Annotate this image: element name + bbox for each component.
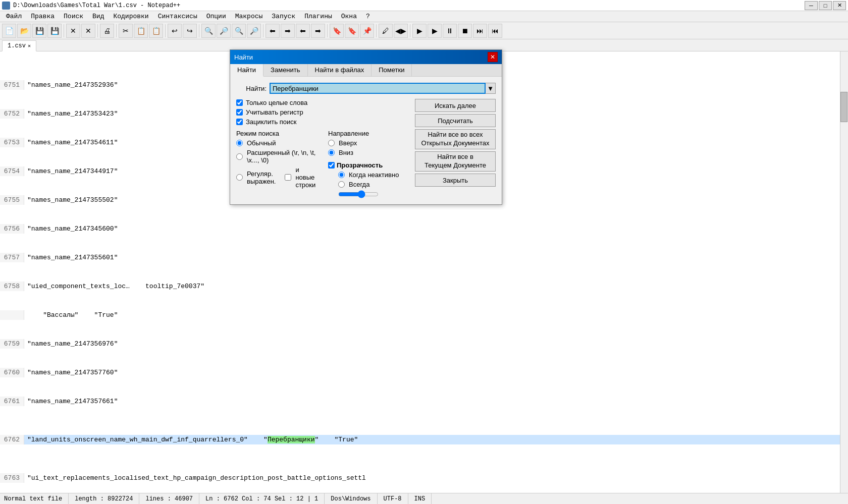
tb-macro2[interactable]: ◀▶ bbox=[394, 24, 408, 38]
tb-run2[interactable]: ▶ bbox=[428, 24, 442, 38]
menu-syntax[interactable]: Синтаксисы bbox=[154, 12, 201, 21]
transparency-slider[interactable] bbox=[338, 190, 379, 198]
tb-bookmark2[interactable]: 🔖 bbox=[345, 24, 359, 38]
tb-macro[interactable]: 🖊 bbox=[379, 24, 393, 38]
mode-extended: Расширенный (\r, \n, \t, \x..., \0) bbox=[236, 149, 318, 164]
menu-options[interactable]: Опции bbox=[202, 12, 230, 21]
checkbox-whole-words-label: Только целые слова bbox=[246, 99, 307, 106]
dir-up-radio[interactable] bbox=[328, 140, 335, 146]
tb-close[interactable]: ✕ bbox=[66, 24, 80, 38]
scrollbar[interactable] bbox=[840, 51, 848, 493]
mode-normal-radio[interactable] bbox=[236, 140, 243, 146]
transp-always-radio[interactable] bbox=[338, 181, 345, 188]
menu-search[interactable]: Поиск bbox=[60, 12, 87, 21]
tb-print[interactable]: 🖨 bbox=[100, 24, 114, 38]
scrollbar-thumb[interactable] bbox=[840, 92, 847, 122]
find-dropdown-button[interactable]: ▼ bbox=[486, 83, 496, 94]
tb-incr-search[interactable]: 🔎 bbox=[247, 24, 261, 38]
tb-pause[interactable]: ⏸ bbox=[443, 24, 457, 38]
menu-windows[interactable]: Окна bbox=[337, 12, 361, 21]
mode-regex-radio[interactable] bbox=[236, 174, 243, 181]
tb-copy[interactable]: 📋 bbox=[134, 24, 148, 38]
checkbox-case-sensitive-input[interactable] bbox=[236, 109, 243, 116]
tb-bookmark[interactable]: 🔖 bbox=[330, 24, 344, 38]
tb-save[interactable]: 💾 bbox=[32, 24, 46, 38]
tb-find[interactable]: 🔍 bbox=[201, 24, 216, 38]
checkbox-case-sensitive-label: Учитывать регистр bbox=[246, 108, 303, 116]
dialog-main-area: Только целые слова Учитывать регистр Зац… bbox=[236, 99, 496, 198]
title-bar: D:\Downloads\Games\Total War\1.csv - Not… bbox=[0, 0, 848, 11]
search-next-button[interactable]: Искать далее bbox=[415, 99, 496, 112]
toolbar-sep-2 bbox=[97, 24, 98, 37]
dir-transp-col: Направление Вверх Вниз bbox=[328, 130, 410, 198]
menu-macros[interactable]: Макросы bbox=[231, 12, 267, 21]
tb-find-next[interactable]: 🔎 bbox=[217, 24, 231, 38]
tb-prev[interactable]: ⬅ bbox=[266, 24, 280, 38]
mode-normal: Обычный bbox=[236, 139, 318, 147]
tb-next[interactable]: ➡ bbox=[281, 24, 295, 38]
menu-run[interactable]: Запуск bbox=[268, 12, 299, 21]
tb-open[interactable]: 📂 bbox=[17, 24, 31, 38]
checkbox-wrap: Зациклить поиск bbox=[236, 118, 410, 126]
dialog-titlebar: Найти ✕ bbox=[230, 50, 502, 64]
menu-help[interactable]: ? bbox=[362, 12, 374, 21]
tb-bookmark3[interactable]: 📌 bbox=[360, 24, 374, 38]
tb-next2[interactable]: ➡ bbox=[311, 24, 325, 38]
line-6758: 6758 "uied_component_texts_loc… tooltip_… bbox=[0, 282, 840, 291]
menu-edit[interactable]: Правка bbox=[27, 12, 59, 21]
menu-file[interactable]: Файл bbox=[2, 12, 26, 21]
search-mode-label: Режим поиска bbox=[236, 130, 318, 137]
tb-replace[interactable]: 🔍 bbox=[232, 24, 246, 38]
tab-1csv[interactable]: 1.csv ✕ bbox=[2, 40, 36, 51]
maximize-button[interactable]: □ bbox=[819, 1, 832, 10]
tb-prev2[interactable]: ⬅ bbox=[296, 24, 310, 38]
checkbox-whole-words-input[interactable] bbox=[236, 99, 243, 106]
transp-inactive-radio[interactable] bbox=[338, 172, 345, 178]
tb-new[interactable]: 📄 bbox=[2, 24, 16, 38]
highlight-match: Перебранщики bbox=[268, 436, 315, 443]
new-lines-check: и новые строки bbox=[285, 166, 318, 189]
checkbox-case-sensitive: Учитывать регистр bbox=[236, 108, 410, 116]
menu-plugins[interactable]: Плагины bbox=[300, 12, 336, 21]
dialog-tab-find-in-files[interactable]: Найти в файлах bbox=[308, 64, 372, 76]
dir-down-radio[interactable] bbox=[328, 149, 335, 156]
transparency-checkbox[interactable] bbox=[328, 162, 335, 169]
mode-regex-label: Регуляр. выражен. bbox=[247, 170, 280, 185]
status-filetype: Normal text file bbox=[4, 493, 69, 504]
tb-run[interactable]: ▶ bbox=[412, 24, 427, 38]
dialog-tab-marks[interactable]: Пометки bbox=[372, 64, 412, 76]
tb-close-all[interactable]: ✕ bbox=[81, 24, 95, 38]
line-6756: 6756 "names_name_2147345600" bbox=[0, 224, 840, 234]
tb-save-all[interactable]: 💾 bbox=[47, 24, 62, 38]
line-6757: 6757 "names_name_2147355601" bbox=[0, 253, 840, 262]
dialog-tab-find[interactable]: Найти bbox=[230, 64, 263, 77]
tab-close-icon[interactable]: ✕ bbox=[28, 43, 31, 49]
menu-view[interactable]: Вид bbox=[88, 12, 108, 21]
window-controls[interactable]: ─ □ ✕ bbox=[805, 1, 846, 10]
tb-stop[interactable]: ⏹ bbox=[458, 24, 472, 38]
tb-step-into[interactable]: ⏮ bbox=[488, 24, 502, 38]
count-button[interactable]: Подсчитать bbox=[415, 114, 496, 127]
tb-cut[interactable]: ✂ bbox=[119, 24, 133, 38]
minimize-button[interactable]: ─ bbox=[805, 1, 818, 10]
new-lines-checkbox[interactable] bbox=[285, 174, 291, 181]
tb-step-over[interactable]: ⏭ bbox=[473, 24, 487, 38]
status-position: Ln : 6762 Col : 74 Sel : 12 | 1 bbox=[199, 493, 325, 504]
tb-paste[interactable]: 📋 bbox=[149, 24, 163, 38]
find-all-open-button[interactable]: Найти все во всехОткрытых Документах bbox=[415, 129, 496, 149]
tb-redo[interactable]: ↪ bbox=[183, 24, 197, 38]
close-button[interactable]: ✕ bbox=[833, 1, 846, 10]
checkbox-wrap-input[interactable] bbox=[236, 119, 243, 125]
tb-undo[interactable]: ↩ bbox=[168, 24, 182, 38]
dialog-close-button[interactable]: ✕ bbox=[488, 52, 498, 62]
dialog-tab-replace[interactable]: Заменить bbox=[263, 64, 307, 76]
toolbar-sep-4 bbox=[165, 24, 166, 37]
mode-extended-radio[interactable] bbox=[236, 153, 243, 160]
toolbar: 📄 📂 💾 💾 ✕ ✕ 🖨 ✂ 📋 📋 ↩ ↪ 🔍 🔎 🔍 🔎 ⬅ ➡ ⬅ ➡ … bbox=[0, 22, 848, 39]
close-dialog-button[interactable]: Закрыть bbox=[415, 174, 496, 187]
find-dialog[interactable]: Найти ✕ Найти Заменить Найти в файлах По… bbox=[230, 49, 502, 205]
toolbar-sep-7 bbox=[327, 24, 328, 37]
menu-encoding[interactable]: Кодировки bbox=[109, 12, 152, 21]
find-input[interactable] bbox=[270, 83, 486, 94]
find-all-current-button[interactable]: Найти все вТекущем Документе bbox=[415, 151, 496, 172]
